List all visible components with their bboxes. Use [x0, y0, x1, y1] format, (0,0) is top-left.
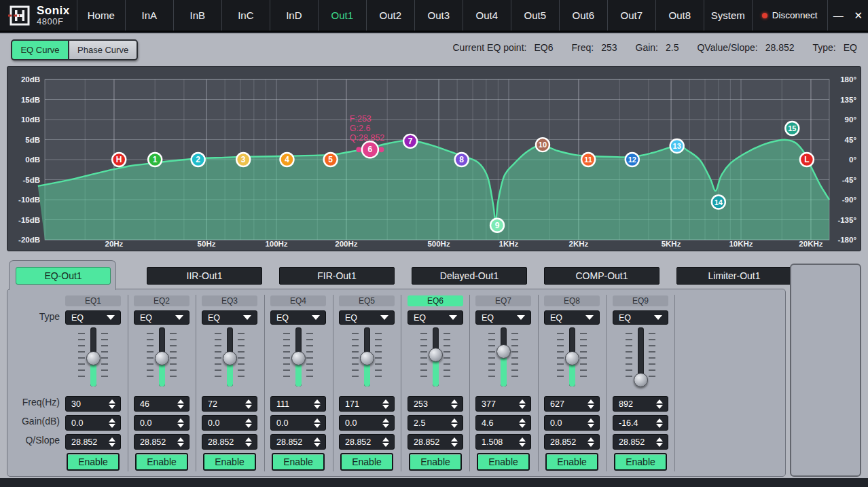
minimize-button[interactable]: —: [828, 0, 849, 31]
spin-arrows[interactable]: [656, 437, 663, 447]
eq-point-L[interactable]: L: [800, 153, 814, 166]
band-enable-button-eq4[interactable]: Enable: [272, 453, 325, 471]
nav-item-inb[interactable]: InB: [174, 0, 222, 31]
eq-point-14[interactable]: 14: [712, 196, 725, 209]
spin-arrows[interactable]: [519, 437, 526, 447]
band-q-spinner-eq6[interactable]: 28.852: [408, 434, 463, 450]
band-gain-spinner-eq2[interactable]: 0.0: [134, 415, 189, 431]
eq-point-10[interactable]: 10: [536, 138, 549, 151]
spin-down-icon[interactable]: [587, 443, 594, 447]
band-freq-spinner-eq9[interactable]: 892: [613, 396, 668, 412]
spin-up-icon[interactable]: [656, 437, 663, 441]
spin-down-icon[interactable]: [177, 443, 184, 447]
spin-down-icon[interactable]: [314, 424, 321, 428]
eq-point-handle-right[interactable]: [378, 147, 384, 152]
band-enable-button-eq2[interactable]: Enable: [135, 453, 188, 471]
band-type-dropdown-eq2[interactable]: EQ: [134, 310, 189, 325]
band-type-dropdown-eq4[interactable]: EQ: [270, 310, 326, 325]
band-freq-spinner-eq5[interactable]: 171: [339, 396, 395, 412]
band-enable-button-eq3[interactable]: Enable: [203, 453, 256, 471]
spin-arrows[interactable]: [656, 418, 663, 428]
spin-up-icon[interactable]: [177, 437, 184, 441]
spin-up-icon[interactable]: [314, 418, 321, 422]
tab-eq-out1[interactable]: EQ-Out1: [9, 260, 116, 290]
disconnect-button[interactable]: Disconnect: [753, 0, 828, 31]
spin-down-icon[interactable]: [519, 443, 526, 447]
band-type-dropdown-eq3[interactable]: EQ: [202, 310, 257, 325]
spin-arrows[interactable]: [451, 418, 458, 428]
band-fader-knob-eq4[interactable]: [291, 351, 306, 365]
band-freq-spinner-eq8[interactable]: 627: [544, 396, 600, 412]
band-type-dropdown-eq7[interactable]: EQ: [475, 310, 531, 325]
eq-point-H[interactable]: H: [112, 153, 126, 166]
band-type-dropdown-eq6[interactable]: EQ: [408, 310, 463, 325]
eq-point-7[interactable]: 7: [403, 134, 417, 148]
spin-arrows[interactable]: [177, 418, 184, 428]
spin-down-icon[interactable]: [109, 405, 115, 409]
spin-up-icon[interactable]: [519, 418, 526, 422]
eq-point-2[interactable]: 2: [192, 153, 205, 166]
band-gain-spinner-eq6[interactable]: 2.5: [408, 415, 463, 431]
spin-up-icon[interactable]: [382, 399, 389, 403]
spin-down-icon[interactable]: [314, 405, 321, 409]
band-q-spinner-eq9[interactable]: 28.852: [613, 434, 668, 450]
band-enable-button-eq1[interactable]: Enable: [67, 453, 120, 471]
band-q-spinner-eq8[interactable]: 28.852: [544, 434, 600, 450]
nav-item-out2[interactable]: Out2: [367, 0, 415, 31]
band-q-spinner-eq3[interactable]: 28.852: [202, 434, 257, 450]
tab-limiter-out1[interactable]: Limiter-Out1: [676, 267, 792, 285]
nav-item-out6[interactable]: Out6: [560, 0, 608, 31]
band-freq-spinner-eq7[interactable]: 377: [475, 396, 531, 412]
band-q-spinner-eq7[interactable]: 1.508: [475, 434, 531, 450]
spin-down-icon[interactable]: [245, 405, 252, 409]
spin-arrows[interactable]: [109, 437, 115, 447]
band-freq-spinner-eq6[interactable]: 253: [408, 396, 463, 412]
band-enable-button-eq6[interactable]: Enable: [409, 453, 462, 471]
band-gain-spinner-eq7[interactable]: 4.6: [475, 415, 531, 431]
spin-down-icon[interactable]: [382, 443, 389, 447]
band-gain-spinner-eq4[interactable]: 0.0: [270, 415, 326, 431]
eq-point-1[interactable]: 1: [148, 153, 162, 166]
spin-up-icon[interactable]: [245, 418, 252, 422]
spin-up-icon[interactable]: [314, 437, 321, 441]
band-q-spinner-eq1[interactable]: 28.852: [65, 434, 121, 450]
eq-point-15[interactable]: 15: [785, 122, 799, 135]
spin-down-icon[interactable]: [656, 443, 663, 447]
spin-down-icon[interactable]: [382, 424, 389, 428]
spin-up-icon[interactable]: [451, 437, 458, 441]
spin-arrows[interactable]: [245, 418, 252, 428]
eq-curve-plot[interactable]: 20dB15dB10dB5dB0dB-5dB-10dB-15dB-20dB180…: [7, 67, 862, 252]
spin-up-icon[interactable]: [177, 399, 184, 403]
spin-arrows[interactable]: [314, 437, 321, 447]
band-freq-spinner-eq2[interactable]: 46: [134, 396, 189, 412]
spin-down-icon[interactable]: [587, 405, 594, 409]
spin-arrows[interactable]: [587, 437, 594, 447]
spin-arrows[interactable]: [109, 399, 115, 409]
nav-item-out8[interactable]: Out8: [656, 0, 704, 31]
spin-arrows[interactable]: [109, 418, 115, 428]
band-type-dropdown-eq9[interactable]: EQ: [613, 310, 668, 325]
eq-point-3[interactable]: 3: [236, 153, 250, 166]
eq-point-9[interactable]: 9: [490, 219, 504, 232]
spin-up-icon[interactable]: [245, 437, 252, 441]
band-fader-knob-eq8[interactable]: [565, 351, 579, 365]
spin-down-icon[interactable]: [109, 424, 115, 428]
spin-up-icon[interactable]: [177, 418, 184, 422]
eq-point-11[interactable]: 11: [581, 153, 595, 166]
spin-down-icon[interactable]: [519, 424, 526, 428]
spin-up-icon[interactable]: [382, 418, 389, 422]
band-freq-spinner-eq1[interactable]: 30: [65, 396, 121, 412]
nav-item-out1[interactable]: Out1: [319, 0, 367, 31]
eq-point-handle-left[interactable]: [356, 147, 361, 152]
eq-curve-graph[interactable]: 20dB15dB10dB5dB0dB-5dB-10dB-15dB-20dB180…: [7, 66, 861, 251]
spin-arrows[interactable]: [382, 399, 389, 409]
nav-item-out5[interactable]: Out5: [511, 0, 560, 31]
spin-down-icon[interactable]: [451, 405, 458, 409]
band-gain-spinner-eq8[interactable]: 0.0: [544, 415, 600, 431]
band-type-dropdown-eq1[interactable]: EQ: [65, 310, 121, 325]
spin-down-icon[interactable]: [245, 443, 252, 447]
spin-down-icon[interactable]: [177, 405, 184, 409]
band-fader-knob-eq3[interactable]: [223, 351, 237, 365]
band-fader-knob-eq1[interactable]: [86, 351, 101, 365]
nav-item-inc[interactable]: InC: [222, 0, 270, 31]
